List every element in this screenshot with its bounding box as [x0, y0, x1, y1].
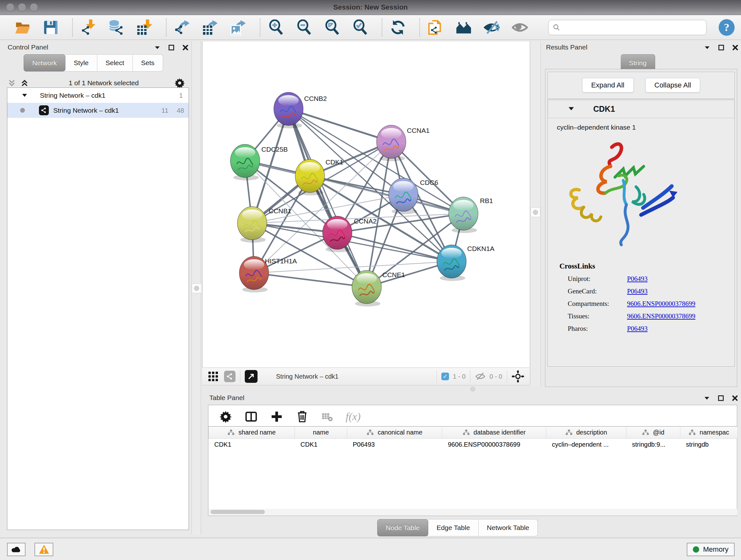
- network-graph[interactable]: CCNB2CCNA1CDC25BCDK1CDC6RB1CCNB1CCNA2CDK…: [203, 42, 530, 368]
- right-splitter-handle[interactable]: [531, 207, 540, 217]
- apply-preferred-layout-button[interactable]: [389, 19, 407, 36]
- table-cell[interactable]: P06493: [347, 439, 442, 451]
- search-input[interactable]: [563, 24, 700, 31]
- table-cell[interactable]: CDK1: [209, 439, 295, 451]
- tab-network-table[interactable]: Network Table: [479, 519, 538, 537]
- help-button[interactable]: ?: [719, 19, 735, 36]
- hidden-eye-icon[interactable]: [475, 371, 486, 382]
- network-canvas[interactable]: CCNB2CCNA1CDC25BCDK1CDC6RB1CCNB1CCNA2CDK…: [202, 42, 529, 368]
- save-session-button[interactable]: [42, 19, 59, 36]
- left-splitter[interactable]: [192, 41, 201, 535]
- close-panel-icon[interactable]: [182, 44, 189, 51]
- column-header-database-identifier[interactable]: database identifier: [442, 427, 546, 439]
- float-panel-icon[interactable]: [718, 395, 724, 401]
- table-cell[interactable]: stringdb:9...: [626, 439, 680, 451]
- delete-column-icon[interactable]: [296, 410, 309, 423]
- network-node-cdkn1a[interactable]: [437, 245, 466, 281]
- network-node-ccna2[interactable]: [323, 216, 352, 252]
- crosslink-link[interactable]: P06493: [627, 325, 648, 333]
- column-header--id[interactable]: @id: [626, 427, 680, 439]
- collapse-all-icon[interactable]: [8, 79, 16, 87]
- import-table-from-file-button[interactable]: [136, 19, 153, 36]
- zoom-out-button[interactable]: [295, 19, 313, 36]
- crosslink-link[interactable]: 9606.ENSP00000378699: [627, 300, 695, 308]
- export-image-button[interactable]: [230, 19, 247, 36]
- network-node-cdc25b[interactable]: [230, 144, 260, 180]
- zoom-in-button[interactable]: [267, 19, 285, 36]
- crosslink-link[interactable]: P06493: [627, 287, 648, 295]
- tab-style[interactable]: Style: [65, 54, 97, 71]
- zoom-selected-button[interactable]: [352, 19, 369, 36]
- tab-select[interactable]: Select: [97, 54, 133, 71]
- network-node-ccne1[interactable]: [352, 270, 381, 307]
- show-columns-icon[interactable]: [245, 410, 258, 423]
- import-network-from-file-button[interactable]: [80, 19, 97, 36]
- panel-menu-icon[interactable]: [154, 44, 161, 51]
- hide-selected-button[interactable]: [483, 19, 500, 36]
- network-edge[interactable]: [254, 273, 367, 287]
- horizontal-splitter-handle[interactable]: [470, 387, 475, 391]
- network-node-ccna1[interactable]: [377, 125, 406, 161]
- crosslink-link[interactable]: P06493: [627, 275, 648, 283]
- cloud-status-button[interactable]: [7, 543, 25, 556]
- float-panel-icon[interactable]: [718, 44, 725, 51]
- scrollbar-thumb[interactable]: [211, 510, 265, 514]
- section-expander-icon[interactable]: [568, 105, 575, 112]
- grid-view-icon[interactable]: [207, 371, 219, 382]
- export-network-button[interactable]: [174, 19, 191, 36]
- memory-button[interactable]: Memory: [687, 543, 735, 556]
- tab-node-table[interactable]: Node Table: [377, 519, 428, 537]
- birdseye-view-icon[interactable]: [245, 370, 258, 383]
- column-header-namespac[interactable]: namespac: [680, 427, 738, 439]
- add-column-icon[interactable]: [270, 410, 283, 423]
- network-edge[interactable]: [288, 109, 367, 287]
- table-horizontal-scrollbar[interactable]: [209, 509, 737, 515]
- export-table-button[interactable]: [202, 19, 219, 36]
- panel-menu-icon[interactable]: [703, 395, 711, 401]
- close-panel-icon[interactable]: [731, 395, 738, 401]
- network-view-share-icon[interactable]: [224, 371, 235, 382]
- collapse-all-button[interactable]: Collapse All: [645, 78, 700, 92]
- network-row[interactable]: String Network – cdk1 11 48: [7, 103, 189, 118]
- table-cell[interactable]: CDK1: [295, 439, 347, 451]
- selected-checkbox-icon[interactable]: ✓: [441, 373, 449, 380]
- network-edge[interactable]: [288, 109, 391, 142]
- close-panel-icon[interactable]: [732, 44, 739, 51]
- column-header-shared-name[interactable]: shared name: [209, 427, 295, 439]
- left-splitter-handle[interactable]: [192, 284, 201, 293]
- panel-menu-icon[interactable]: [704, 44, 711, 51]
- column-header-name[interactable]: name: [295, 427, 347, 439]
- tab-network[interactable]: Network: [23, 54, 65, 71]
- results-scroll-area[interactable]: CDK1 cyclin–dependent kinase 1: [548, 100, 735, 367]
- import-network-from-database-button[interactable]: [108, 19, 125, 36]
- warning-status-button[interactable]: [35, 543, 53, 556]
- column-header-canonical-name[interactable]: canonical name: [347, 427, 442, 439]
- table-cell[interactable]: 9606.ENSP00000378699: [442, 439, 546, 451]
- show-all-button[interactable]: [511, 19, 529, 36]
- network-node-hist1h1a[interactable]: [239, 256, 269, 293]
- open-session-button[interactable]: [14, 19, 31, 36]
- zoom-fit-content-button[interactable]: [324, 19, 341, 36]
- tab-edge-table[interactable]: Edge Table: [428, 519, 479, 537]
- gene-section-header[interactable]: CDK1: [548, 100, 734, 118]
- fit-crosshair-icon[interactable]: [512, 370, 524, 383]
- network-node-rb1[interactable]: [449, 197, 478, 233]
- network-collection-row[interactable]: String Network – cdk1 1: [7, 88, 189, 103]
- clone-network-button[interactable]: [427, 19, 444, 36]
- gear-icon[interactable]: [174, 78, 185, 88]
- collection-expander-icon[interactable]: [21, 92, 28, 99]
- table-cell[interactable]: stringdb: [680, 439, 738, 451]
- search-box[interactable]: [548, 20, 706, 35]
- float-panel-icon[interactable]: [168, 44, 175, 51]
- expand-all-icon[interactable]: [20, 79, 29, 87]
- expand-all-button[interactable]: Expand All: [582, 78, 634, 92]
- first-neighbors-button[interactable]: [455, 19, 472, 36]
- tab-sets[interactable]: Sets: [133, 54, 163, 71]
- right-splitter[interactable]: [530, 42, 541, 386]
- network-node-ccnb2[interactable]: [274, 92, 303, 128]
- table-row[interactable]: CDK1CDK1P064939606.ENSP00000378699cyclin…: [209, 439, 738, 451]
- network-node-ccnb1[interactable]: [238, 206, 267, 243]
- crosslink-link[interactable]: 9606.ENSP00000378699: [627, 312, 695, 320]
- column-header-description[interactable]: description: [546, 427, 626, 439]
- table-cell[interactable]: cyclin–dependent ...: [546, 439, 626, 451]
